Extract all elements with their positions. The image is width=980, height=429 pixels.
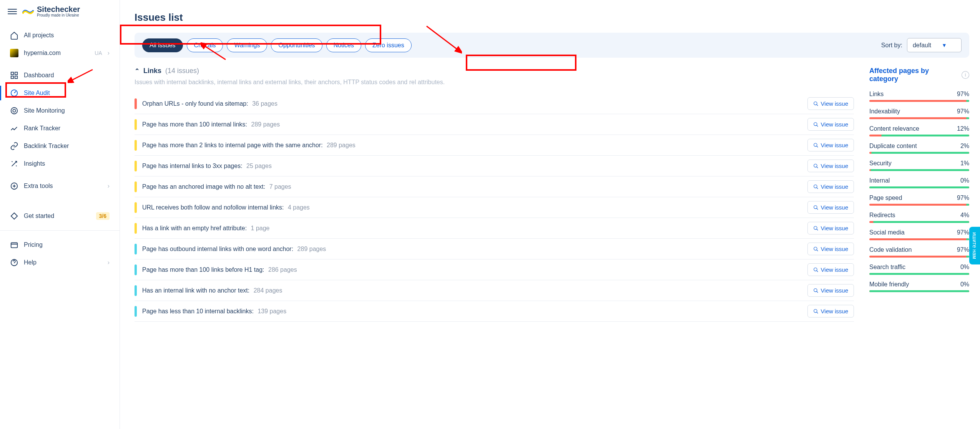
issue-pages: 7 pages [267, 183, 291, 190]
sidebar-item-help[interactable]: Help › [5, 254, 115, 271]
category-name: Internal [869, 177, 890, 184]
filter-pill-all-issues[interactable]: All issues [142, 38, 183, 52]
category-name: Security [869, 160, 892, 167]
filter-pill-zero-issues[interactable]: Zero issues [365, 38, 412, 52]
category-pct: 0% [960, 177, 969, 184]
view-issue-button[interactable]: View issue [807, 97, 854, 110]
category-item[interactable]: Social media97% [869, 229, 969, 240]
view-label: View issue [821, 225, 848, 231]
sidebar-item-label: Dashboard [24, 72, 110, 79]
view-issue-button[interactable]: View issue [807, 139, 854, 151]
category-pct: 97% [957, 246, 969, 253]
sidebar-item-label: All projects [24, 32, 110, 39]
section-toggle[interactable]: ⌃ Links (14 issues) [135, 67, 854, 75]
info-icon[interactable]: i [962, 71, 969, 79]
issue-row: Page has outbound internal links with on… [135, 239, 854, 259]
view-label: View issue [821, 308, 848, 314]
issue-pages: 4 pages [286, 204, 309, 211]
sidebar-item-get-started[interactable]: Get started 3/6 [5, 207, 115, 225]
category-bar [869, 117, 969, 119]
gauge-icon [10, 89, 18, 97]
view-issue-button[interactable]: View issue [807, 243, 854, 255]
filter-pill-notices[interactable]: Notices [326, 38, 361, 52]
category-item[interactable]: Security1% [869, 160, 969, 171]
sidebar-item-dashboard[interactable]: Dashboard [5, 67, 115, 84]
sidebar-item-extra-tools[interactable]: Extra tools › [5, 177, 115, 195]
view-label: View issue [821, 163, 848, 169]
filter-pill-opportunities[interactable]: Opportunities [271, 38, 322, 52]
view-issue-button[interactable]: View issue [807, 201, 854, 214]
menu-toggle-icon[interactable] [8, 7, 17, 16]
svg-point-12 [814, 143, 817, 146]
logo[interactable]: Sitechecker Proudly made in Ukraine [22, 5, 80, 17]
category-item[interactable]: Links97% [869, 91, 969, 102]
section-count: (14 issues) [165, 67, 199, 75]
sort-select[interactable]: default ▾ [907, 38, 962, 52]
filter-pill-warnings[interactable]: Warnings [227, 38, 267, 52]
issue-pages: 289 pages [325, 142, 355, 148]
category-item[interactable]: Internal0% [869, 177, 969, 188]
view-issue-button[interactable]: View issue [807, 180, 854, 193]
category-bar [869, 290, 969, 292]
search-icon [813, 122, 819, 127]
view-issue-button[interactable]: View issue [807, 263, 854, 276]
category-pct: 97% [957, 195, 969, 201]
project-icon [10, 49, 18, 57]
view-issue-button[interactable]: View issue [807, 305, 854, 318]
sidebar-item-pricing[interactable]: Pricing [5, 236, 115, 254]
view-issue-button[interactable]: View issue [807, 160, 854, 172]
brand-name: Sitechecker [37, 5, 80, 13]
sidebar-item-rank-tracker[interactable]: Rank Tracker [5, 120, 115, 137]
chevron-right-icon: › [108, 259, 110, 266]
sidebar-item-insights[interactable]: Insights [5, 155, 115, 173]
category-item[interactable]: Content relevance12% [869, 125, 969, 136]
category-pct: 97% [957, 108, 969, 115]
category-item[interactable]: Indexability97% [869, 108, 969, 119]
category-item[interactable]: Page speed97% [869, 195, 969, 206]
category-item[interactable]: Search traffic0% [869, 264, 969, 275]
view-label: View issue [821, 266, 848, 273]
category-bar [869, 135, 969, 136]
category-pct: 0% [960, 264, 969, 271]
filters-bar: All issuesCriticalsWarningsOpportunities… [135, 33, 969, 58]
issue-row: Orphan URLs - only found via sitemap: 36… [135, 93, 854, 114]
target-icon [10, 106, 18, 115]
category-pct: 2% [960, 143, 969, 150]
category-item[interactable]: Redirects4% [869, 212, 969, 223]
categories-header: Affected pages by category i [869, 67, 969, 83]
category-list: Links97% Indexability97% Content relevan… [869, 91, 969, 292]
issue-pages: 36 pages [251, 100, 277, 107]
sidebar-item-backlink-tracker[interactable]: Backlink Tracker [5, 137, 115, 155]
category-item[interactable]: Duplicate content2% [869, 143, 969, 154]
severity-indicator [135, 223, 137, 234]
category-name: Content relevance [869, 125, 919, 132]
sidebar-item-site-audit[interactable]: Site Audit [5, 84, 115, 102]
issue-text: Page has more than 100 links before H1 t… [142, 266, 802, 273]
link-icon [10, 142, 18, 150]
chat-tab[interactable]: ишите нам [969, 227, 980, 264]
help-icon [10, 258, 18, 267]
view-issue-button[interactable]: View issue [807, 222, 854, 234]
sidebar-item-all-projects[interactable]: All projects [5, 27, 115, 44]
sidebar-header: Sitechecker Proudly made in Ukraine [0, 5, 120, 24]
progress-badge: 3/6 [96, 212, 110, 220]
chart-icon [10, 124, 18, 133]
issue-row: Page has more than 100 internal links: 2… [135, 114, 854, 135]
sidebar-item-project[interactable]: hypernia.com UA › [5, 44, 115, 62]
category-item[interactable]: Code validation97% [869, 246, 969, 258]
view-issue-button[interactable]: View issue [807, 118, 854, 131]
filter-pill-criticals[interactable]: Criticals [187, 38, 223, 52]
issue-pages: 289 pages [296, 246, 326, 252]
category-pct: 4% [960, 212, 969, 219]
sidebar-item-site-monitoring[interactable]: Site Monitoring [5, 102, 115, 120]
search-icon [813, 246, 819, 252]
svg-point-17 [814, 247, 817, 250]
issue-row: URL receives both follow and nofollow in… [135, 197, 854, 218]
category-bar [869, 273, 969, 275]
search-icon [813, 226, 819, 231]
svg-rect-2 [11, 76, 13, 78]
view-issue-button[interactable]: View issue [807, 284, 854, 297]
categories-title: Affected pages by category [869, 67, 958, 83]
category-name: Links [869, 91, 884, 98]
category-item[interactable]: Mobile friendly0% [869, 281, 969, 292]
